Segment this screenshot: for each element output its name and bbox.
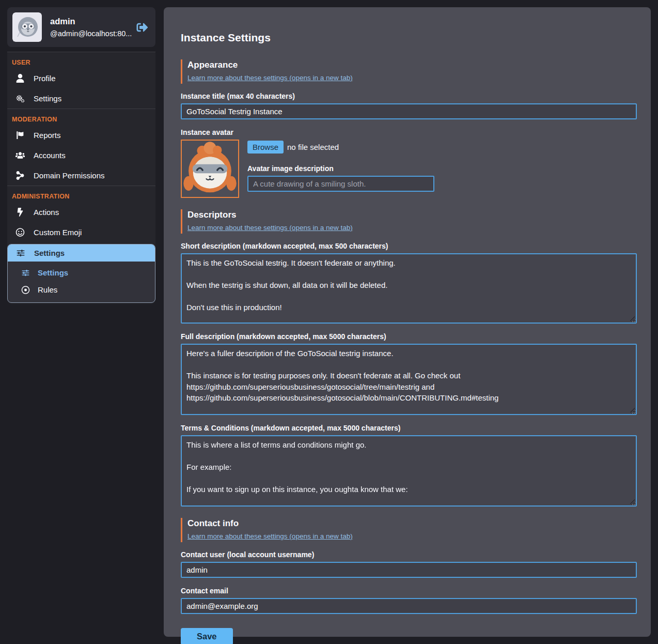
sliders-icon bbox=[16, 249, 25, 257]
sidebar-item-label: Rules bbox=[38, 285, 57, 294]
avatar-description-input[interactable] bbox=[247, 176, 434, 192]
instance-avatar-image bbox=[181, 140, 239, 198]
sidebar-item-domain-permissions[interactable]: Domain Permissions bbox=[7, 165, 155, 186]
sidebar-item-label: Settings bbox=[38, 268, 68, 277]
learn-more-link[interactable]: Learn more about these settings (opens i… bbox=[187, 224, 353, 232]
sliders-icon bbox=[21, 269, 30, 277]
instance-title-input[interactable] bbox=[181, 103, 637, 119]
terms-textarea[interactable]: This is where a list of terms and condit… bbox=[181, 435, 637, 507]
sidebar-item-reports[interactable]: Reports bbox=[7, 125, 155, 145]
short-description-label: Short description (markdown accepted, ma… bbox=[181, 242, 637, 250]
sidebar-subitem-rules[interactable]: Rules bbox=[8, 281, 155, 298]
field-terms: Terms & Conditions (markdown accepted, m… bbox=[181, 424, 637, 507]
avatar-controls: Browse no file selected Avatar image des… bbox=[247, 140, 434, 198]
nav-section-user: USER Profile Settings bbox=[7, 52, 155, 109]
sidebar-item-label: Settings bbox=[34, 249, 65, 257]
file-row: Browse no file selected bbox=[247, 140, 434, 154]
contact-user-label: Contact user (local account username) bbox=[181, 550, 637, 559]
user-info: admin @admin@localhost:80... bbox=[50, 16, 128, 39]
flag-icon bbox=[15, 131, 25, 140]
section-heading: Descriptors bbox=[187, 210, 637, 220]
sidebar-group-settings: Settings Settings Rules bbox=[7, 244, 155, 303]
sidebar-item-actions[interactable]: Actions bbox=[7, 202, 155, 222]
sidebar-item-label: Profile bbox=[34, 74, 56, 83]
section-descriptors: Descriptors Learn more about these setti… bbox=[181, 209, 637, 234]
learn-more-link[interactable]: Learn more about these settings (opens i… bbox=[187, 74, 353, 82]
page-title: Instance Settings bbox=[181, 32, 637, 44]
sidebar-subitem-settings[interactable]: Settings bbox=[8, 264, 155, 281]
nav-section-moderation: MODERATION Reports Accounts Domain Permi… bbox=[7, 109, 155, 186]
gears-icon bbox=[15, 94, 25, 103]
contact-email-input[interactable] bbox=[181, 598, 637, 614]
field-instance-title: Instance title (max 40 characters) bbox=[181, 92, 637, 119]
nav-section-label: MODERATION bbox=[7, 109, 155, 125]
full-description-textarea[interactable]: Here's a fuller description of the GoToS… bbox=[181, 344, 637, 415]
sidebar-item-custom-emoji[interactable]: Custom Emoji bbox=[7, 222, 155, 242]
instance-title-label: Instance title (max 40 characters) bbox=[181, 92, 637, 100]
sidebar-item-label: Accounts bbox=[34, 151, 66, 160]
user-name: admin bbox=[50, 16, 128, 27]
save-button[interactable]: Save bbox=[181, 628, 233, 644]
field-contact-email: Contact email bbox=[181, 587, 637, 614]
user-icon bbox=[15, 74, 25, 83]
sidebar-item-label: Domain Permissions bbox=[34, 171, 105, 180]
field-short-description: Short description (markdown accepted, ma… bbox=[181, 242, 637, 324]
user-avatar bbox=[12, 12, 42, 42]
user-card[interactable]: admin @admin@localhost:80... bbox=[7, 7, 155, 47]
sidebar-subnav: Settings Rules bbox=[8, 262, 155, 302]
browse-button[interactable]: Browse bbox=[247, 141, 284, 154]
logout-icon[interactable] bbox=[136, 22, 148, 33]
sidebar: admin @admin@localhost:80... USER Profil… bbox=[7, 7, 155, 304]
sidebar-item-profile[interactable]: Profile bbox=[7, 68, 155, 88]
section-appearance: Appearance Learn more about these settin… bbox=[181, 59, 637, 84]
nav-section-label: ADMINISTRATION bbox=[7, 186, 155, 202]
instance-settings-panel: Instance Settings Appearance Learn more … bbox=[164, 7, 651, 637]
sidebar-item-label: Actions bbox=[34, 208, 59, 217]
avatar-block: Browse no file selected Avatar image des… bbox=[181, 140, 637, 198]
sidebar-item-label: Settings bbox=[34, 94, 61, 103]
users-icon bbox=[15, 151, 25, 160]
terms-label: Terms & Conditions (markdown accepted, m… bbox=[181, 424, 637, 432]
field-instance-avatar: Instance avatar Browse no file selected … bbox=[181, 128, 637, 198]
instance-avatar-label: Instance avatar bbox=[181, 128, 637, 136]
nav-section-label: USER bbox=[7, 52, 155, 68]
sidebar-item-accounts[interactable]: Accounts bbox=[7, 145, 155, 165]
sidebar-item-label: Custom Emoji bbox=[34, 228, 82, 237]
file-status: no file selected bbox=[287, 143, 339, 151]
sidebar-nav: USER Profile Settings MODERATION Reports… bbox=[7, 52, 155, 304]
nav-section-administration: ADMINISTRATION Actions Custom Emoji Sett… bbox=[7, 186, 155, 304]
learn-more-link[interactable]: Learn more about these settings (opens i… bbox=[187, 532, 353, 540]
full-description-label: Full description (markdown accepted, max… bbox=[181, 332, 637, 341]
dot-circle-icon bbox=[21, 286, 30, 294]
field-full-description: Full description (markdown accepted, max… bbox=[181, 332, 637, 415]
section-heading: Contact info bbox=[187, 518, 637, 529]
section-contact: Contact info Learn more about these sett… bbox=[181, 518, 637, 542]
sidebar-item-admin-settings[interactable]: Settings bbox=[8, 244, 155, 262]
field-contact-user: Contact user (local account username) bbox=[181, 550, 637, 578]
smile-icon bbox=[15, 228, 25, 237]
short-description-textarea[interactable]: This is the GoToSocial testrig. It doesn… bbox=[181, 253, 637, 324]
section-heading: Appearance bbox=[187, 60, 637, 70]
sidebar-item-user-settings[interactable]: Settings bbox=[7, 88, 155, 109]
contact-email-label: Contact email bbox=[181, 587, 637, 595]
share-nodes-icon bbox=[15, 171, 25, 180]
user-handle: @admin@localhost:80... bbox=[50, 29, 128, 38]
avatar-description-label: Avatar image description bbox=[247, 164, 434, 173]
contact-user-input[interactable] bbox=[181, 562, 637, 578]
sidebar-item-label: Reports bbox=[34, 131, 61, 140]
bolt-icon bbox=[15, 208, 25, 217]
